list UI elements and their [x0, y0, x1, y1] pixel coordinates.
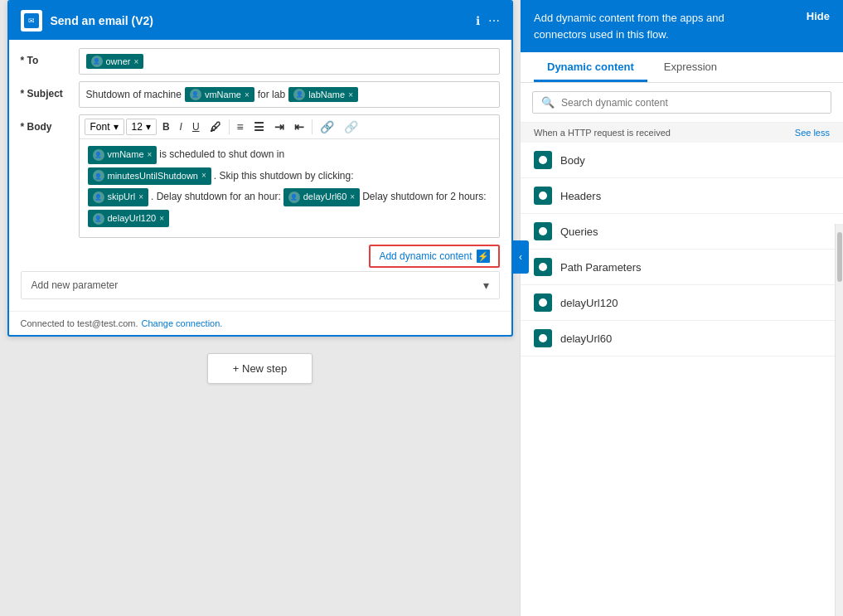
- dynamic-item-label: Headers: [560, 190, 601, 202]
- new-step-area: + New step: [207, 353, 312, 384]
- tag-label: delayUrl120: [108, 211, 157, 226]
- change-connection-link[interactable]: Change connection.: [142, 318, 223, 328]
- section-header: When a HTTP request is received See less: [521, 123, 843, 143]
- unordered-list-button[interactable]: ☰: [250, 119, 269, 135]
- tag-close[interactable]: ×: [201, 169, 206, 182]
- editor-content[interactable]: 👤 vmName × is scheduled to shut down in …: [80, 139, 499, 237]
- outdent-button[interactable]: ⇤: [290, 119, 308, 135]
- tag-label: skipUrl: [108, 190, 136, 205]
- card-title: Send an email (V2): [51, 14, 153, 27]
- subject-field[interactable]: Shutdown of machine 👤 vmName × for lab 👤…: [79, 81, 500, 108]
- italic-button[interactable]: I: [176, 119, 187, 134]
- svg-point-4: [539, 298, 547, 307]
- dynamic-item-path-params[interactable]: Path Parameters: [521, 250, 843, 285]
- body-line-3: 👤 skipUrl × . Delay shutdown for an hour…: [88, 188, 491, 206]
- tag-icon: 👤: [190, 89, 201, 100]
- email-card: ✉ Send an email (V2) ℹ ⋯ * To 👤: [7, 0, 513, 337]
- tag-close[interactable]: ×: [350, 191, 355, 204]
- tag-label: minutesUntilShutdown: [108, 169, 198, 184]
- panel-header: Add dynamic content from the apps and co…: [521, 0, 843, 52]
- tag-label: delayUrl60: [303, 190, 347, 205]
- subject-text-2: for lab: [258, 89, 285, 100]
- dynamic-item-icon: [534, 293, 552, 312]
- add-parameter-row[interactable]: Add new parameter ▾: [21, 271, 500, 299]
- search-box[interactable]: 🔍: [532, 91, 831, 114]
- body-text-4: Delay shutdown for 2 hours:: [362, 189, 486, 205]
- dynamic-item-label: Path Parameters: [560, 261, 642, 274]
- body-text-2: . Skip this shutdown by clicking:: [214, 168, 354, 184]
- tag-icon: 👤: [93, 213, 104, 225]
- font-label: Font: [90, 121, 110, 133]
- tab-expression[interactable]: Expression: [651, 52, 730, 82]
- tab-dynamic-content[interactable]: Dynamic content: [534, 52, 647, 82]
- add-dynamic-icon: ⚡: [477, 250, 490, 263]
- body-text-3: . Delay shutdown for an hour:: [151, 189, 281, 205]
- card-header-icon: ✉: [21, 10, 42, 32]
- tag-label: vmName: [205, 90, 241, 99]
- toolbar-divider: [229, 119, 230, 134]
- chevron-down-icon: ▾: [114, 121, 119, 133]
- hide-button[interactable]: Hide: [807, 10, 830, 22]
- tag-label: owner: [106, 56, 131, 66]
- dynamic-item-icon: [534, 187, 552, 205]
- tag-icon: 👤: [91, 56, 103, 67]
- dynamic-item-delayurl120[interactable]: delayUrl120: [521, 285, 843, 321]
- font-dropdown[interactable]: Font ▾: [85, 119, 124, 135]
- new-step-button[interactable]: + New step: [207, 353, 312, 384]
- tag-close[interactable]: ×: [348, 90, 353, 99]
- body-line-1: 👤 vmName × is scheduled to shut down in: [88, 146, 491, 164]
- tag-icon: 👤: [93, 192, 104, 203]
- tag-close[interactable]: ×: [133, 57, 138, 66]
- body-line-4: 👤 delayUrl120 ×: [88, 210, 491, 228]
- dynamic-item-headers[interactable]: Headers: [521, 178, 843, 214]
- add-dynamic-button[interactable]: Add dynamic content ⚡: [369, 245, 499, 268]
- body-text-1: is scheduled to shut down in: [159, 147, 284, 162]
- svg-point-0: [539, 156, 547, 164]
- body-tag-skipurl: 👤 skipUrl ×: [88, 188, 148, 206]
- scrollbar-thumb[interactable]: [837, 232, 842, 282]
- svg-point-2: [539, 227, 547, 235]
- collapse-panel-button[interactable]: ‹: [512, 240, 529, 274]
- body-tag-minutes: 👤 minutesUntilShutdown ×: [88, 167, 211, 186]
- svg-point-5: [539, 334, 547, 342]
- card-footer: Connected to test@test.com. Change conne…: [9, 311, 511, 335]
- dynamic-item-label: delayUrl120: [560, 297, 618, 309]
- tag-close[interactable]: ×: [159, 212, 164, 226]
- dynamic-item-icon: [534, 329, 552, 347]
- body-editor[interactable]: Font ▾ 12 ▾ B I U 🖊 ≡: [79, 114, 500, 238]
- dynamic-item-body[interactable]: Body: [521, 143, 843, 178]
- unlink-button[interactable]: 🔗: [340, 119, 362, 135]
- editor-toolbar: Font ▾ 12 ▾ B I U 🖊 ≡: [80, 115, 499, 139]
- panel-tabs: Dynamic content Expression: [521, 52, 843, 83]
- tag-close[interactable]: ×: [245, 90, 250, 99]
- highlight-button[interactable]: 🖊: [206, 119, 225, 135]
- underline-button[interactable]: U: [188, 119, 204, 134]
- scrollbar-track[interactable]: [835, 224, 843, 616]
- add-param-label: Add new parameter: [31, 279, 119, 291]
- dynamic-item-label: Body: [560, 154, 585, 167]
- panel-search-area: 🔍: [521, 83, 843, 123]
- add-dynamic-row: Add dynamic content ⚡: [21, 245, 500, 268]
- font-size-dropdown[interactable]: 12 ▾: [126, 119, 157, 135]
- tag-close[interactable]: ×: [148, 148, 153, 162]
- link-button[interactable]: 🔗: [316, 119, 338, 135]
- see-less-link[interactable]: See less: [795, 128, 830, 138]
- ordered-list-button[interactable]: ≡: [233, 119, 248, 135]
- tag-icon: 👤: [93, 170, 104, 182]
- search-icon: 🔍: [541, 96, 555, 109]
- tag-label: labName: [308, 90, 345, 99]
- search-input[interactable]: [561, 97, 822, 109]
- subject-label: * Subject: [21, 81, 79, 99]
- dynamic-item-delayurl60[interactable]: delayUrl60: [521, 321, 843, 357]
- to-field[interactable]: 👤 owner ×: [79, 48, 500, 75]
- body-label: * Body: [21, 114, 79, 133]
- more-icon[interactable]: ⋯: [488, 14, 500, 27]
- info-icon[interactable]: ℹ: [476, 14, 480, 27]
- chevron-down-icon: ▾: [483, 279, 489, 292]
- body-tag-delayurl120: 👤 delayUrl120 ×: [88, 210, 170, 228]
- tag-label: vmName: [108, 148, 144, 162]
- indent-button[interactable]: ⇥: [270, 119, 288, 135]
- dynamic-item-queries[interactable]: Queries: [521, 214, 843, 250]
- tag-close[interactable]: ×: [138, 191, 143, 204]
- bold-button[interactable]: B: [158, 119, 174, 134]
